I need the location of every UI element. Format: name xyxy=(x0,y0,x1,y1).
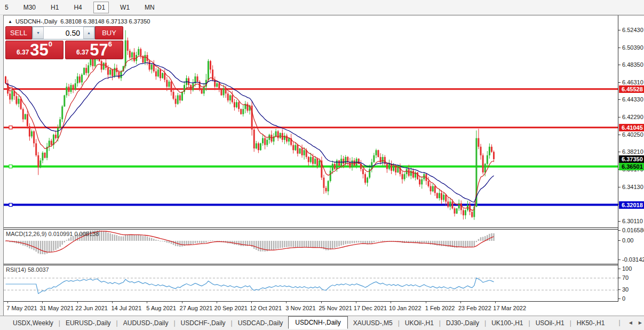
rsi-axis-label: 70 xyxy=(618,274,644,281)
macd-main-value: 0.010991 xyxy=(48,231,73,237)
rsi-axis-label: 0 xyxy=(618,295,644,302)
volume-stepper: ▼ ▲ xyxy=(32,26,95,40)
chart-ohlc-values: 6.38108 6.38148 6.37133 6.37350 xyxy=(60,18,150,25)
date-tick xyxy=(286,302,287,303)
volume-increase-button[interactable]: ▲ xyxy=(83,27,94,39)
date-label: 22 Jun 2021 xyxy=(75,305,108,311)
volume-input[interactable] xyxy=(44,27,83,39)
date-tick xyxy=(356,302,356,303)
macd-label: MACD(12,26,9) 0.010991 0.008138 xyxy=(6,231,99,237)
date-tick xyxy=(217,302,217,303)
tab-usdcad-daily[interactable]: USDCAD-,Daily xyxy=(233,317,289,329)
date-tick xyxy=(321,302,322,303)
price-tick-label: 6.30110 xyxy=(618,218,644,225)
horizontal-lines xyxy=(4,88,618,207)
date-label: 20 Sep 2021 xyxy=(214,305,248,311)
hline-handle[interactable] xyxy=(9,165,12,168)
rsi-value: 58.0037 xyxy=(28,266,49,273)
macd-axis-label: -0.03142 xyxy=(618,256,644,263)
rsi-chart xyxy=(4,265,618,301)
tab-usdcnh-daily[interactable]: USDCNH-,Daily xyxy=(288,316,347,329)
date-label: 17 Dec 2021 xyxy=(354,305,387,311)
date-label: 25 Nov 2021 xyxy=(319,305,352,311)
tab-usdx-weekly[interactable]: USDX,Weekly xyxy=(7,317,59,329)
sell-button[interactable]: SELL xyxy=(5,26,32,40)
tab-scroll-right-icon[interactable]: ▶ xyxy=(639,320,642,325)
date-tick xyxy=(42,302,43,303)
price-tick-label: 6.42290 xyxy=(618,114,644,121)
macd-panel: MACD(12,26,9) 0.010991 0.008138 xyxy=(4,229,618,264)
date-tick xyxy=(77,302,78,303)
price-badge: 6.36501 xyxy=(619,163,644,170)
collapse-triangle-icon[interactable]: ▲ xyxy=(8,19,12,24)
date-label: 1 Feb 2022 xyxy=(425,305,455,311)
volume-decrease-button[interactable]: ▼ xyxy=(33,27,44,39)
date-label: 5 Aug 2021 xyxy=(146,305,176,311)
period-button-h1[interactable]: H1 xyxy=(47,2,62,13)
date-label: 7 May 2021 xyxy=(6,305,37,311)
rsi-label: RSI(14) 58.0037 xyxy=(6,266,49,273)
tab-usoil-h1[interactable]: USOil-,H1 xyxy=(530,317,570,329)
tab-separator: | xyxy=(619,319,621,326)
moving-averages xyxy=(6,56,494,210)
price-badge: 6.37350 xyxy=(619,155,644,163)
chart-symbol-label: USDCNH-,Daily xyxy=(15,18,57,25)
date-label: 17 Mar 2022 xyxy=(493,305,526,311)
period-button-w1[interactable]: W1 xyxy=(116,2,133,13)
date-tick xyxy=(426,302,426,303)
tab-scroll-left-icon[interactable]: ◀ xyxy=(629,320,632,325)
rsi-axis-label: 30 xyxy=(618,286,644,293)
tab-ukoil-h1[interactable]: UKOil-,H1 xyxy=(400,317,439,329)
date-tick xyxy=(495,302,496,303)
date-label: 31 May 2021 xyxy=(39,305,74,311)
rsi-line xyxy=(6,278,494,294)
main-chart-panel: ▲ USDCNH-,Daily 6.38108 6.38148 6.37133 … xyxy=(4,15,618,228)
date-label: 23 Feb 2022 xyxy=(458,305,491,311)
rsi-panel: RSI(14) 58.0037 xyxy=(4,265,618,302)
price-badge: 6.41045 xyxy=(619,124,644,131)
date-label: 27 Aug 2021 xyxy=(180,305,213,311)
price-tick-label: 6.34130 xyxy=(618,184,644,191)
tab-eurusd-daily[interactable]: EURUSD-,Daily xyxy=(60,317,116,329)
price-tick-label: 6.44330 xyxy=(618,96,644,103)
date-tick xyxy=(7,302,8,303)
date-axis[interactable]: 7 May 202131 May 202122 Jun 202114 Jul 2… xyxy=(4,302,618,316)
price-tick-label: 6.48350 xyxy=(618,61,644,68)
price-badge: 6.32018 xyxy=(619,201,644,209)
tab-audusd-daily[interactable]: AUDUSD-,Daily xyxy=(118,317,174,329)
date-label: 12 Oct 2021 xyxy=(250,305,282,311)
period-button-d1[interactable]: D1 xyxy=(93,2,109,13)
price-badge: 6.45528 xyxy=(619,85,644,93)
period-button-5[interactable]: 5 xyxy=(1,2,12,13)
macd-signal-value: 0.008138 xyxy=(74,231,99,237)
buy-button[interactable]: BUY xyxy=(95,26,123,40)
trade-panel: SELL ▼ ▲ BUY 6.37 35 0 6.37 57 6 xyxy=(5,26,123,59)
tab-xauusd-m5[interactable]: XAUUSD-,M5 xyxy=(348,317,398,329)
sell-price-display[interactable]: 6.37 35 0 xyxy=(5,41,63,59)
period-button-h4[interactable]: H4 xyxy=(70,2,85,13)
chart-title: ▲ USDCNH-,Daily 6.38108 6.38148 6.37133 … xyxy=(8,18,150,25)
tab-scroll-arrows: | ◀ ▶ xyxy=(619,319,642,326)
date-tick xyxy=(391,302,391,303)
rsi-axis-label: 100 xyxy=(618,265,644,272)
tab-hk50-h1[interactable]: HK50-,H1 xyxy=(571,317,610,329)
period-toolbar: 5M30H1H4D1W1MN xyxy=(0,0,644,15)
tab-dj30-daily[interactable]: DJ30-,Daily xyxy=(441,317,484,329)
tab-usdchf-daily[interactable]: USDCHF-,Daily xyxy=(176,317,231,329)
hline-handle[interactable] xyxy=(9,126,12,129)
date-label: 14 Jul 2021 xyxy=(111,305,141,311)
price-tick-label: 6.52430 xyxy=(618,27,644,34)
date-label: 10 Jan 2022 xyxy=(389,305,422,311)
period-button-m30[interactable]: M30 xyxy=(20,2,39,13)
price-tick-label: 6.40250 xyxy=(618,131,644,138)
chart-window: ▲ USDCNH-,Daily 6.38108 6.38148 6.37133 … xyxy=(3,15,644,316)
tabs-wrap: USDX,Weekly|EURUSD-,Daily|AUDUSD-,Daily|… xyxy=(7,317,610,329)
hline-handle[interactable] xyxy=(9,203,12,207)
price-axis[interactable]: 6.524306.503906.483506.463106.443306.422… xyxy=(618,15,644,302)
buy-price-display[interactable]: 6.37 57 6 xyxy=(65,41,123,59)
price-tick-label: 6.38210 xyxy=(618,148,644,155)
tab-uk100-h1[interactable]: UK100-,H1 xyxy=(486,317,528,329)
date-tick xyxy=(147,302,147,303)
macd-axis-label: 0.00 xyxy=(618,237,644,244)
period-button-mn[interactable]: MN xyxy=(141,2,158,13)
